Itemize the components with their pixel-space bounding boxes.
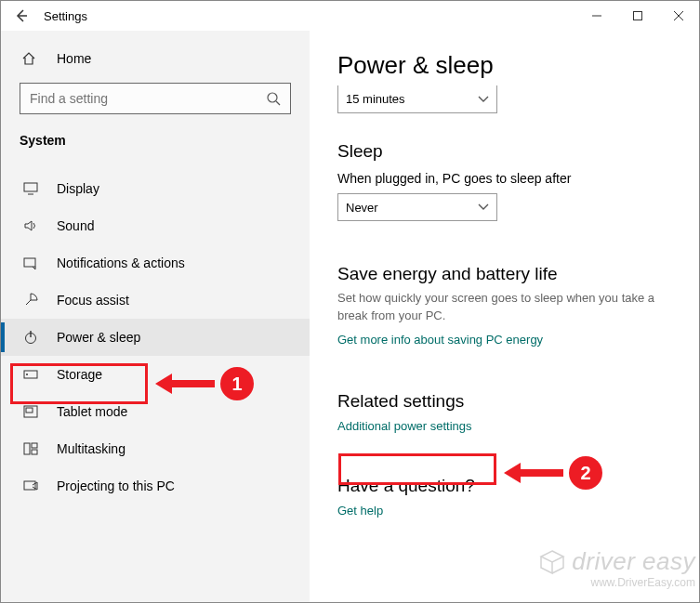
back-button[interactable] [10, 5, 33, 27]
sidebar-item-sound[interactable]: Sound [1, 207, 310, 244]
annotation-badge-1: 1 [220, 367, 254, 400]
annotation-arrow-2: 2 [504, 456, 602, 490]
sidebar-item-focus-assist[interactable]: Focus assist [1, 282, 310, 319]
svg-rect-19 [24, 481, 35, 490]
tablet-icon [21, 405, 40, 418]
sidebar-item-label: Notifications & actions [57, 256, 185, 270]
sidebar-item-label: Tablet mode [57, 404, 127, 419]
annotation-badge-2: 2 [569, 456, 602, 490]
question-link[interactable]: Get help [337, 504, 383, 518]
svg-rect-9 [24, 258, 35, 267]
projecting-icon [21, 479, 40, 492]
svg-rect-17 [32, 443, 37, 448]
related-link[interactable]: Additional power settings [337, 419, 472, 433]
maximize-button[interactable] [617, 2, 658, 30]
annotation-box-2 [338, 453, 496, 485]
svg-rect-7 [24, 183, 37, 191]
sidebar-item-label: Multitasking [57, 441, 125, 456]
sidebar-item-display[interactable]: Display [1, 170, 310, 207]
content-pane: Power & sleep 15 minutes Sleep When plug… [310, 31, 699, 602]
sidebar-item-label: Focus assist [57, 293, 129, 308]
chevron-down-icon [478, 96, 489, 103]
minimize-button[interactable] [576, 2, 617, 30]
cube-icon [538, 548, 566, 576]
watermark-url: www.DriverEasy.com [591, 576, 695, 589]
screen-timeout-value: 15 minutes [346, 92, 405, 106]
screen-timeout-dropdown[interactable]: 15 minutes [337, 85, 497, 113]
sidebar-item-power-sleep[interactable]: Power & sleep [1, 319, 310, 356]
watermark-logo: driver easy [538, 547, 695, 576]
sidebar-item-label: Power & sleep [57, 330, 140, 345]
sleep-value: Never [346, 201, 378, 215]
search-box[interactable] [20, 83, 291, 114]
related-heading: Related settings [337, 391, 671, 412]
page-title: Power & sleep [337, 51, 671, 80]
search-input[interactable] [30, 91, 266, 106]
multitasking-icon [21, 442, 40, 455]
sidebar-item-multitasking[interactable]: Multitasking [1, 430, 310, 467]
sidebar-home-label: Home [57, 51, 91, 66]
sidebar-item-label: Display [57, 181, 99, 196]
search-icon [266, 91, 281, 106]
home-icon [21, 51, 40, 66]
watermark-text: driver easy [572, 547, 695, 576]
close-button[interactable] [658, 2, 699, 30]
sidebar-group: System [1, 127, 310, 157]
svg-point-5 [268, 93, 277, 102]
power-icon [21, 330, 40, 345]
svg-rect-18 [32, 450, 37, 454]
sidebar-item-notifications[interactable]: Notifications & actions [1, 244, 310, 282]
sidebar: Home System Display Sound Notifications … [1, 31, 310, 602]
window-title: Settings [44, 9, 87, 23]
sleep-dropdown[interactable]: Never [337, 193, 497, 221]
sidebar-item-projecting[interactable]: Projecting to this PC [1, 467, 310, 505]
svg-rect-2 [634, 12, 642, 20]
annotation-box-1 [10, 363, 148, 404]
energy-desc: Set how quickly your screen goes to slee… [337, 290, 671, 325]
sleep-desc: When plugged in, PC goes to sleep after [337, 171, 671, 186]
sidebar-home[interactable]: Home [1, 44, 310, 73]
display-icon [21, 182, 40, 195]
sidebar-item-label: Sound [57, 218, 94, 233]
svg-line-6 [276, 101, 280, 105]
chevron-down-icon [478, 203, 489, 211]
sound-icon [21, 219, 40, 232]
svg-rect-15 [26, 408, 33, 413]
annotation-arrow-1: 1 [155, 367, 254, 400]
sidebar-item-label: Projecting to this PC [57, 478, 175, 493]
sleep-heading: Sleep [337, 141, 671, 162]
energy-heading: Save energy and battery life [337, 264, 671, 284]
notifications-icon [21, 256, 40, 269]
focus-assist-icon [21, 293, 40, 308]
energy-link[interactable]: Get more info about saving PC energy [337, 333, 543, 347]
svg-rect-16 [24, 443, 30, 454]
